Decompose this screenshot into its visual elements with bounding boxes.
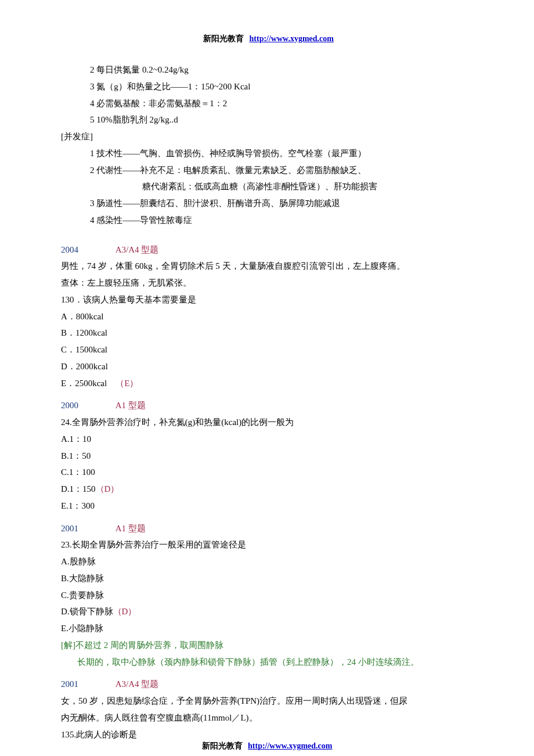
complication-item: 4 感染性——导管性脓毒症 [61,213,476,228]
question-text: 24.全胃肠外营养治疗时，补充氮(g)和热量(kcal)的比例一般为 [61,415,476,430]
question-type: A3/A4 型题 [116,245,159,254]
option-text: E．2500kcal [61,379,107,388]
option-text: D.1：150 [61,484,96,494]
question-stem: 女，50 岁，因患短肠综合症，予全胃肠外营养(TPN)治疗。应用一周时病人出现昏… [61,694,476,708]
explanation-text: 长期的，取中心静脉（颈内静脉和锁骨下静脉）插管（到上腔静脉），24 小时连续滴注… [61,655,476,669]
intro-item: 5 10%脂肪乳剂 2g/kg..d [61,113,476,127]
footer-link[interactable]: http://www.xygmed.com [248,741,332,750]
option: C.1：100 [61,465,476,480]
intro-item: 2 每日供氮量 0.2~0.24g/kg [61,63,476,77]
option-with-answer: D.锁骨下静脉（D） [61,604,476,619]
option: B．1200kcal [61,326,476,340]
option: B.大隐静脉 [61,571,476,586]
intro-list: 2 每日供氮量 0.2~0.24g/kg 3 氮（g）和热量之比——1：150~… [61,63,476,127]
header-org: 新阳光教育 [203,34,244,43]
option: C.贵要静脉 [61,588,476,603]
explanation-text: 不超过 2 周的胃肠外营养，取周围静脉 [75,640,223,650]
option: A.股静脉 [61,555,476,569]
question-stem: 内无酮体。病人既往曾有空腹血糖高(11mmol／L)。 [61,711,476,725]
year-label: 2001 [61,679,78,689]
complication-item: 1 技术性——气胸、血管损伤、神经或胸导管损伤。空气栓塞（最严重） [61,146,476,161]
option-with-answer: E．2500kcal （E） [61,376,476,391]
complication-item: 3 肠道性——胆囊结石、胆汁淤积、肝酶谱升高、肠屏障功能减退 [61,196,476,211]
option: E.小隐静脉 [61,621,476,636]
question-stem: 男性，74 岁，体重 60kg，全胃切除术后 5 天，大量肠液自腹腔引流管引出，… [61,259,476,273]
intro-item: 4 必需氨基酸：非必需氨基酸＝1：2 [61,96,476,111]
page-footer: 新阳光教育 http://www.xygmed.com [0,739,534,753]
question-type: A1 型题 [116,401,146,410]
option: E.1：300 [61,499,476,513]
option-with-answer: D.1：150（D） [61,482,476,496]
option: A.1：10 [61,432,476,447]
answer-mark: （E） [116,379,138,388]
complication-item: 2 代谢性——补充不足：电解质紊乱、微量元素缺乏、必需脂肪酸缺乏、 [61,163,476,178]
complication-item-cont: 糖代谢紊乱：低或高血糖（高渗性非酮性昏迷）、肝功能损害 [61,179,476,194]
question-type: A3/A4 型题 [116,679,159,689]
question-stem: 查体：左上腹轻压痛，无肌紧张。 [61,276,476,290]
question-type: A1 型题 [116,524,146,533]
question-header: 2001 A3/A4 型题 [61,677,476,692]
question-text: 130．该病人热量每天基本需要量是 [61,293,476,307]
intro-item: 3 氮（g）和热量之比——1：150~200 Kcal [61,80,476,94]
footer-org: 新阳光教育 [202,741,243,750]
explanation: [解]不超过 2 周的胃肠外营养，取周围静脉 [61,638,476,653]
option: A．800kcal [61,309,476,324]
page-header: 新阳光教育 http://www.xygmed.com [61,32,476,45]
year-label: 2000 [61,401,78,410]
answer-mark: （D） [96,484,120,494]
year-label: 2001 [61,524,78,533]
option-text: D.锁骨下静脉 [61,607,113,616]
option: C．1500kcal [61,343,476,357]
question-text: 23.长期全胃肠外营养治疗一般采用的置管途径是 [61,538,476,552]
complications-list: 1 技术性——气胸、血管损伤、神经或胸导管损伤。空气栓塞（最严重） 2 代谢性—… [61,146,476,228]
question-header: 2004 A3/A4 型题 [61,243,476,257]
header-link[interactable]: http://www.xygmed.com [250,34,334,43]
complications-label: [并发症] [61,129,476,144]
explanation-label: [解] [61,640,75,650]
question-header: 2001 A1 型题 [61,521,476,536]
option: B.1：50 [61,449,476,463]
answer-mark: （D） [113,607,137,616]
option: D．2000kcal [61,359,476,374]
document-page: 新阳光教育 http://www.xygmed.com 2 每日供氮量 0.2~… [0,0,534,756]
year-label: 2004 [61,245,78,254]
question-header: 2000 A1 型题 [61,398,476,413]
